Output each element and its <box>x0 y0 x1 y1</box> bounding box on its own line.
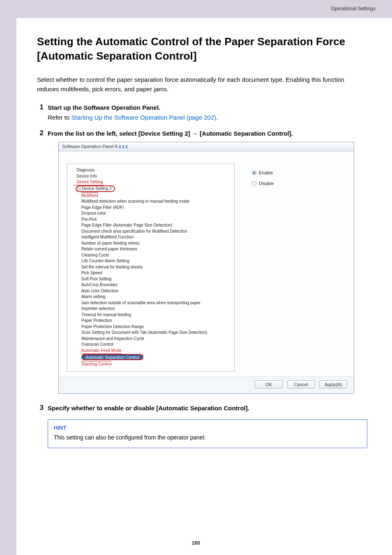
tree-item[interactable]: Page Edge Filler (ADF) <box>81 205 228 211</box>
dialog-footer: OK Cancel Apply(A) <box>59 377 354 393</box>
tree-item[interactable]: Pre-Pick <box>81 217 228 223</box>
radio-enable-row[interactable]: Enable <box>252 170 274 175</box>
step-1-sub-prefix: Refer to <box>48 114 71 121</box>
tree-item[interactable]: Timeout for manual feeding <box>81 312 228 318</box>
tree-item[interactable]: AutoCrop Boundary <box>81 282 228 288</box>
tree-item[interactable]: Set the interval for feeding sheets <box>81 264 228 271</box>
dialog-window: Software Operation Panel fi-▮▮▮ Diagnosi… <box>58 142 354 394</box>
steps-list: 1 Start up the Software Operation Panel.… <box>37 103 367 413</box>
tree-item-automatic-separation-control[interactable]: Automatic Separation Control <box>81 354 143 360</box>
collapse-icon[interactable] <box>77 187 81 190</box>
tree-item-device-setting[interactable]: Device Setting <box>73 179 104 185</box>
dialog-titlebar: Software Operation Panel fi-▮▮▮ <box>59 142 354 151</box>
tree-item[interactable]: Intelligent Multifeed Function <box>81 234 228 240</box>
step-1-link[interactable]: Starting Up the Software Operation Panel… <box>71 114 217 121</box>
tree-item[interactable]: Imprinter selection <box>81 306 228 312</box>
tree-item[interactable]: Number of paper feeding retries <box>81 240 228 247</box>
tree-item-stacking-control[interactable]: Stacking Control <box>81 361 111 368</box>
cancel-button[interactable]: Cancel <box>287 380 315 388</box>
tree-item[interactable]: Overscan Control <box>81 342 228 348</box>
hint-text: This setting can also be configured from… <box>54 433 361 442</box>
tree-item[interactable]: Maintenance and Inspection Cycle <box>81 336 228 342</box>
tree-item[interactable]: Jam detection outside of scannable area … <box>81 300 228 306</box>
tree-item-diagnosis[interactable]: Diagnosis <box>73 167 228 173</box>
tree-item[interactable]: Soft Pick Setting <box>81 276 228 282</box>
section-name: Operational Settings <box>331 6 376 12</box>
screenshot-figure: Software Operation Panel fi-▮▮▮ Diagnosi… <box>58 142 367 394</box>
radio-group: Enable Disable <box>252 170 274 192</box>
tree-item[interactable]: Dropout color <box>81 210 228 217</box>
tree-item[interactable]: Alarm setting <box>81 294 228 300</box>
apply-button[interactable]: Apply(A) <box>319 380 347 388</box>
tree-item[interactable]: Automatic Feed Mode <box>81 348 122 354</box>
dialog-title-text: Software Operation Panel fi- <box>62 144 119 149</box>
tree-item[interactable]: Multifeed detection when scanning in man… <box>81 199 228 205</box>
settings-tree[interactable]: Diagnosis Device Info Device Setting Dev… <box>67 164 235 372</box>
tree-item[interactable]: Document check area specification for Mu… <box>81 229 228 235</box>
content-area: Setting the Automatic Control of the Pap… <box>16 18 392 555</box>
device-setting-2-label: Device Setting 2 <box>82 186 112 192</box>
page-number: 260 <box>0 540 392 546</box>
step-number: 3 <box>37 404 48 412</box>
left-gutter <box>0 0 16 555</box>
hint-box: HINT This setting can also be configured… <box>48 419 367 448</box>
step-3-title: Specify whether to enable or disable [Au… <box>48 404 367 413</box>
tree-item-multifeed[interactable]: Multifeed <box>81 192 98 199</box>
tree-item[interactable]: Retain current paper thickness <box>81 246 228 252</box>
step-1-sub-suffix: . <box>216 114 218 121</box>
step-number: 2 <box>37 129 48 137</box>
step-1-sub: Refer to Starting Up the Software Operat… <box>48 113 367 122</box>
tree-item[interactable]: Pick Speed <box>81 270 228 276</box>
radio-disable-row[interactable]: Disable <box>252 181 274 186</box>
tree-item[interactable]: Life Counter Alarm Setting <box>81 258 228 264</box>
tree-item[interactable]: Cleaning Cycle <box>81 252 228 259</box>
step-1-title: Start up the Software Operation Panel. <box>48 103 367 112</box>
step-number: 1 <box>37 103 48 111</box>
tree-item[interactable]: Page Edge Filler (Automatic Page Size De… <box>81 222 228 229</box>
page: Operational Settings Setting the Automat… <box>0 0 392 555</box>
header-band: Operational Settings <box>0 0 392 18</box>
intro-text: Select whether to control the paper sepa… <box>37 75 367 94</box>
tree-item[interactable]: Paper Protection <box>81 318 228 324</box>
step-2-title: From the list on the left, select [Devic… <box>48 129 367 138</box>
radio-disable[interactable] <box>252 181 256 186</box>
dialog-title-fade: ▮▮▮ <box>119 144 129 149</box>
radio-enable[interactable] <box>252 171 256 175</box>
hint-label: HINT <box>54 425 361 431</box>
ok-button[interactable]: OK <box>255 380 283 388</box>
tree-item[interactable]: Paper Protection Detection Range <box>81 324 228 330</box>
radio-disable-label: Disable <box>259 181 274 186</box>
tree-item[interactable]: Auto color Detection <box>81 288 228 294</box>
page-title: Setting the Automatic Control of the Pap… <box>37 35 367 63</box>
tree-item-device-info[interactable]: Device Info <box>73 173 228 180</box>
tree-item-device-setting-2[interactable]: Device Setting 2 <box>76 185 115 192</box>
tree-item[interactable]: Scan Setting for Document with Tab (Auto… <box>81 330 228 336</box>
radio-enable-label: Enable <box>259 170 273 175</box>
